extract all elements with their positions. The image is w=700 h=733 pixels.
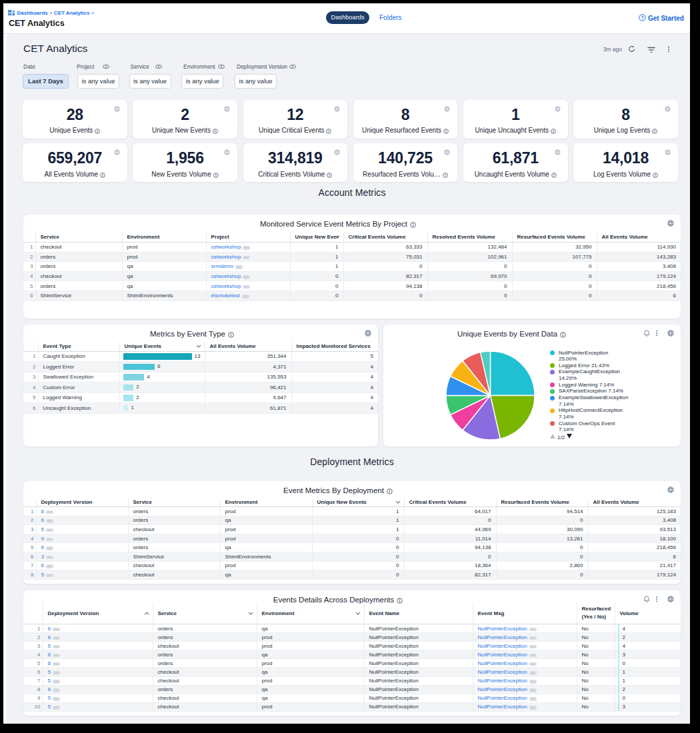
svg-text:?: ? <box>641 15 643 20</box>
